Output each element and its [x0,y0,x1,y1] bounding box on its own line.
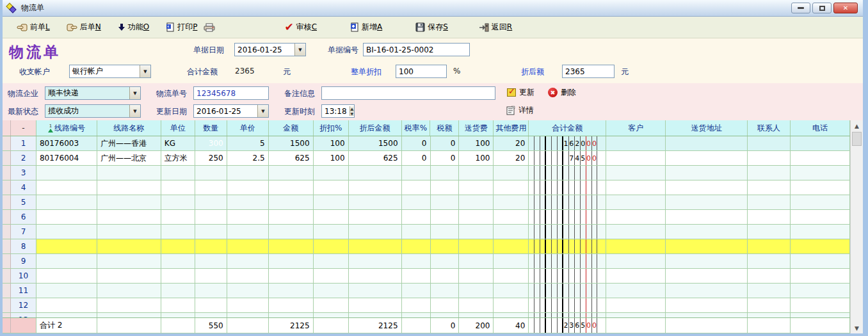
column-header-contact[interactable]: 联系人 [748,120,791,136]
cell-taxr[interactable] [402,239,431,253]
cell-disc[interactable] [314,298,349,312]
cell-phone[interactable] [791,225,850,239]
cell-route_no[interactable] [36,239,97,253]
cell-ledger[interactable] [529,180,606,195]
cell-phone[interactable] [791,254,850,268]
minimize-button[interactable] [791,3,810,13]
cell-taxr[interactable] [402,254,431,268]
return-button[interactable]: 返回R [475,20,516,35]
scroll-up-icon[interactable]: ▲ [851,120,863,131]
cell-taxr[interactable] [402,195,431,209]
cell-price[interactable] [227,166,269,180]
delete-status-button[interactable]: ✖ 删除 [548,87,576,98]
cell-ledger[interactable] [529,284,606,298]
cell-disc[interactable] [314,313,349,317]
cell-disc[interactable] [314,166,349,180]
cell-cust[interactable] [606,313,666,317]
cell-dfee[interactable] [459,254,494,268]
cell-amount[interactable] [269,284,314,298]
cell-damt[interactable] [349,210,402,224]
cell-ofee[interactable] [494,195,529,209]
column-header-customer[interactable]: 客户 [606,120,666,136]
chevron-down-icon[interactable]: ▼ [140,65,150,77]
row-number[interactable]: 10 [11,269,36,283]
row-number[interactable]: 7 [11,225,36,239]
cell-ledger[interactable]: 162000 [529,136,606,150]
cell-damt[interactable] [349,239,402,253]
cell-addr[interactable] [666,195,748,209]
cell-unit[interactable] [161,269,195,283]
cell-unit[interactable] [161,284,195,298]
cell-tax[interactable] [431,298,460,312]
cell-route_name[interactable] [97,269,161,283]
cell-route_no[interactable] [36,298,97,312]
cell-qty[interactable] [195,180,227,195]
cell-qty[interactable]: 250 [195,151,227,165]
cell-phone[interactable] [791,151,850,165]
cell-qty[interactable] [195,166,227,180]
add-button[interactable]: 新增A [346,20,386,35]
cell-cust[interactable] [606,298,666,312]
selected-cell-qty[interactable]: 300 [195,136,227,150]
cell-ofee[interactable] [494,284,529,298]
cell-route_no[interactable] [36,313,97,317]
cell-price[interactable] [227,284,269,298]
cell-taxr[interactable] [402,284,431,298]
cell-ofee[interactable] [494,239,529,253]
cell-ofee[interactable]: 20 [494,151,529,165]
cell-cust[interactable] [606,136,666,150]
cell-amount[interactable] [269,254,314,268]
print-button[interactable]: 打印P [162,20,219,35]
cell-ofee[interactable] [494,225,529,239]
cell-phone[interactable] [791,284,850,298]
cell-addr[interactable] [666,225,748,239]
cell-dfee[interactable] [459,195,494,209]
cell-disc[interactable] [314,180,349,195]
cell-damt[interactable] [349,284,402,298]
cell-price[interactable] [227,254,269,268]
cell-qty[interactable] [195,210,227,224]
cell-route_name[interactable] [97,210,161,224]
cell-addr[interactable] [666,298,748,312]
column-header-unit[interactable]: 单位 [161,120,195,136]
cell-route_no[interactable]: 80176004 [36,151,97,165]
cell-unit[interactable] [161,180,195,195]
cell-addr[interactable] [666,166,748,180]
cell-contact[interactable] [748,136,791,150]
cell-dfee[interactable] [459,225,494,239]
cell-ofee[interactable] [494,180,529,195]
tracking-no-input[interactable]: 12345678 [193,86,269,100]
cell-addr[interactable] [666,180,748,195]
chevron-down-icon[interactable]: ▼ [129,105,140,117]
cell-route_name[interactable] [97,166,161,180]
row-number[interactable]: 3 [11,166,36,180]
doc-no-input[interactable]: BI-16-01-25-0002 [363,43,470,56]
cell-contact[interactable] [748,151,791,165]
cell-phone[interactable] [791,166,850,180]
cell-ledger[interactable] [529,195,606,209]
cell-route_name[interactable]: 广州——香港 [97,136,161,150]
cell-damt[interactable] [349,298,402,312]
cell-price[interactable]: 2.5 [227,151,269,165]
cell-amount[interactable] [269,180,314,195]
cell-cust[interactable] [606,254,666,268]
cell-ofee[interactable] [494,298,529,312]
cell-disc[interactable] [314,269,349,283]
cell-taxr[interactable] [402,298,431,312]
cell-dfee[interactable]: 100 [459,151,494,165]
cell-phone[interactable] [791,298,850,312]
latest-status-combobox[interactable]: 揽收成功 ▼ [45,104,141,118]
cell-amount[interactable]: 625 [269,151,314,165]
cell-damt[interactable] [349,180,402,195]
cell-route_no[interactable] [36,210,97,224]
cell-qty[interactable] [195,225,227,239]
cell-unit[interactable] [161,313,195,317]
cell-cust[interactable] [606,239,666,253]
cell-contact[interactable] [748,239,791,253]
column-header-route-name[interactable]: 线路名称 [97,120,161,136]
column-header-tax-rate[interactable]: 税率% [402,120,431,136]
cell-unit[interactable] [161,225,195,239]
cell-addr[interactable] [666,210,748,224]
cell-tax[interactable] [431,210,460,224]
cell-amount[interactable] [269,225,314,239]
